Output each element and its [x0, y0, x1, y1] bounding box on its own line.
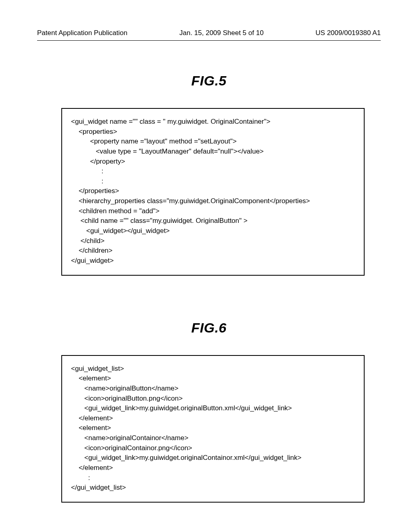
fig5-code: <gui_widget name ="" class = " my.guiwid…	[71, 117, 355, 266]
fig5-title: FIG.5	[37, 73, 381, 89]
fig5-codebox: <gui_widget name ="" class = " my.guiwid…	[61, 108, 365, 276]
fig6-title: FIG.6	[37, 320, 381, 336]
header-left: Patent Application Publication	[37, 29, 127, 37]
fig6-codebox: <gui_widget_list> <element> <name>origin…	[61, 355, 365, 503]
header-right: US 2009/0019380 A1	[315, 29, 381, 37]
header-mid: Jan. 15, 2009 Sheet 5 of 10	[179, 29, 264, 37]
spacer	[37, 308, 381, 320]
page-header: Patent Application Publication Jan. 15, …	[37, 29, 381, 41]
fig6-code: <gui_widget_list> <element> <name>origin…	[71, 364, 355, 493]
patent-page: Patent Application Publication Jan. 15, …	[0, 0, 413, 532]
